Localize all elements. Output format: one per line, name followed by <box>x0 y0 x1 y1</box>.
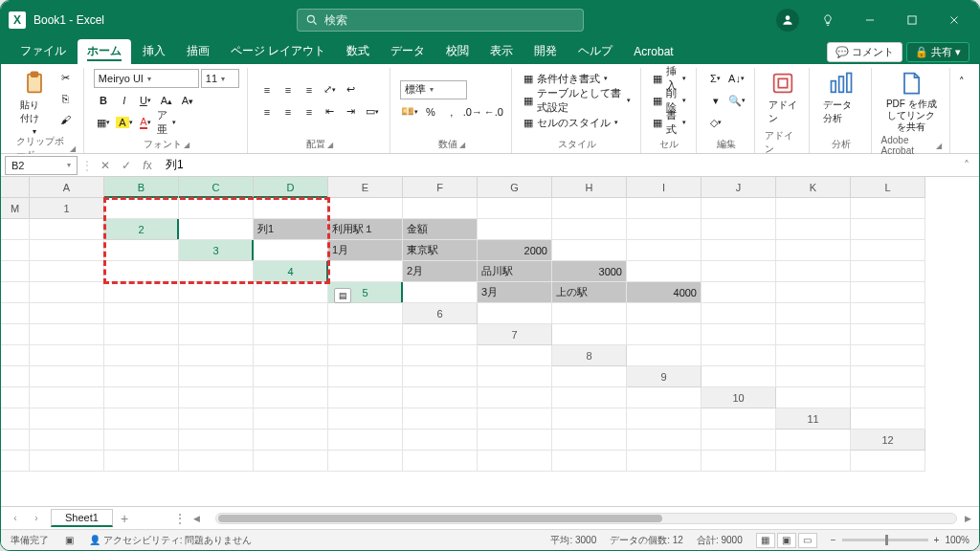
cell-G3[interactable] <box>702 240 776 261</box>
cell-D11[interactable] <box>104 430 179 451</box>
decrease-font-button[interactable]: A▾ <box>178 91 197 110</box>
font-name-dropdown[interactable]: Meiryo UI▾ <box>94 69 199 88</box>
formula-input[interactable] <box>160 159 954 172</box>
cell-L10[interactable] <box>627 408 702 430</box>
cell-G5[interactable] <box>851 282 925 303</box>
align-bottom-button[interactable]: ≡ <box>300 80 319 99</box>
minimize-button[interactable] <box>853 7 887 33</box>
close-button[interactable] <box>937 7 971 33</box>
zoom-out-button[interactable]: − <box>831 535 836 545</box>
search-input[interactable]: 検索 <box>297 9 584 32</box>
cell-G9[interactable] <box>179 387 254 408</box>
cell-J10[interactable] <box>478 408 552 430</box>
horizontal-scrollbar[interactable] <box>215 513 957 524</box>
cancel-formula-button[interactable]: ✕ <box>97 157 114 174</box>
cell-B3[interactable]: 1月 <box>328 240 403 261</box>
addins-button[interactable]: アドイン <box>765 68 801 127</box>
cell-E7[interactable] <box>851 324 925 345</box>
col-header-J[interactable]: J <box>702 177 776 198</box>
increase-font-button[interactable]: A▴ <box>157 91 176 110</box>
cell-H7[interactable] <box>104 345 179 366</box>
cell-C3[interactable]: 東京駅 <box>403 240 478 261</box>
cell-M1[interactable] <box>30 219 104 240</box>
cell-H12[interactable] <box>478 451 552 472</box>
cell-K1[interactable] <box>851 198 925 219</box>
tips-icon[interactable] <box>811 7 845 33</box>
cell-E3[interactable] <box>552 240 627 261</box>
add-sheet-button[interactable]: + <box>121 511 128 526</box>
tab-home[interactable]: ホーム <box>78 39 131 64</box>
orientation-button[interactable]: ⤢▾ <box>321 80 340 99</box>
cell-K5[interactable] <box>179 303 254 324</box>
tab-view[interactable]: 表示 <box>480 39 523 64</box>
align-center-button[interactable]: ≡ <box>278 102 298 121</box>
cell-G2[interactable] <box>627 219 702 240</box>
cell-F10[interactable] <box>179 408 254 430</box>
col-header-K[interactable]: K <box>776 177 851 198</box>
cell-styles-button[interactable]: ▦ セルのスタイル ▾ <box>522 113 620 132</box>
share-button[interactable]: 🔒 共有 ▾ <box>906 42 969 62</box>
col-header-I[interactable]: I <box>627 177 702 198</box>
cell-G1[interactable] <box>552 198 627 219</box>
cell-D10[interactable] <box>30 408 104 430</box>
row-header-11[interactable]: 11 <box>776 408 851 430</box>
decrease-decimal-button[interactable]: ←.0 <box>484 102 503 121</box>
accessibility-status[interactable]: 👤 アクセシビリティ: 問題ありません <box>89 534 252 547</box>
cell-J8[interactable] <box>328 366 403 387</box>
cell-M5[interactable] <box>328 303 403 324</box>
cell-L8[interactable] <box>478 366 552 387</box>
cell-C11[interactable] <box>30 430 104 451</box>
cell-G10[interactable] <box>254 408 328 430</box>
tab-help[interactable]: ヘルプ <box>568 39 622 64</box>
cell-K4[interactable] <box>104 282 179 303</box>
col-header-G[interactable]: G <box>478 177 552 198</box>
cell-E10[interactable] <box>104 408 179 430</box>
cell-H1[interactable] <box>627 198 702 219</box>
cell-B12[interactable] <box>30 451 104 472</box>
cell-F11[interactable] <box>254 430 328 451</box>
cell-A12[interactable] <box>1 451 30 472</box>
col-header-H[interactable]: H <box>552 177 627 198</box>
cell-K12[interactable] <box>702 451 776 472</box>
cell-L12[interactable] <box>776 451 851 472</box>
cell-B5[interactable]: 3月 <box>478 282 552 303</box>
format-painter-button[interactable]: 🖌 <box>56 110 76 129</box>
cell-J6[interactable] <box>179 324 254 345</box>
cell-A9[interactable] <box>702 366 776 387</box>
row-header-8[interactable]: 8 <box>552 345 627 366</box>
cell-F4[interactable] <box>702 261 776 282</box>
copy-button[interactable]: ⎘ <box>56 89 76 108</box>
cell-C1[interactable] <box>254 198 328 219</box>
align-middle-button[interactable]: ≡ <box>278 80 298 99</box>
font-size-dropdown[interactable]: 11▾ <box>201 69 239 88</box>
cell-L1[interactable] <box>1 219 30 240</box>
select-all-corner[interactable] <box>1 177 30 198</box>
cell-I5[interactable] <box>30 303 104 324</box>
cell-B7[interactable] <box>627 324 702 345</box>
tab-acrobat[interactable]: Acrobat <box>624 41 682 63</box>
cell-G12[interactable] <box>403 451 478 472</box>
cell-L7[interactable] <box>403 345 478 366</box>
cell-D3[interactable]: 2000 <box>478 240 552 261</box>
cell-K11[interactable] <box>627 430 702 451</box>
cell-D5[interactable]: 4000 <box>627 282 702 303</box>
cell-K3[interactable] <box>30 261 104 282</box>
enter-formula-button[interactable]: ✓ <box>118 157 135 174</box>
cell-C5[interactable]: 上の駅 <box>552 282 627 303</box>
cell-B8[interactable] <box>702 345 776 366</box>
cell-C12[interactable] <box>104 451 179 472</box>
row-header-9[interactable]: 9 <box>627 366 702 387</box>
number-format-dropdown[interactable]: 標準▾ <box>400 80 467 99</box>
italic-button[interactable]: I <box>115 91 134 110</box>
account-avatar[interactable] <box>776 9 799 32</box>
row-header-3[interactable]: 3 <box>179 240 254 261</box>
cell-F8[interactable] <box>30 366 104 387</box>
tab-pagelayout[interactable]: ページ レイアウト <box>221 39 335 64</box>
view-pagebreak-button[interactable]: ▭ <box>798 533 817 548</box>
cell-L6[interactable] <box>328 324 403 345</box>
align-top-button[interactable]: ≡ <box>257 80 277 99</box>
conditional-format-button[interactable]: ▦ 条件付き書式 ▾ <box>522 69 610 88</box>
create-pdf-button[interactable]: PDF を作成してリンクを共有 <box>881 68 942 135</box>
cell-F6[interactable] <box>851 303 925 324</box>
cell-B2[interactable]: 列1 <box>254 219 328 240</box>
